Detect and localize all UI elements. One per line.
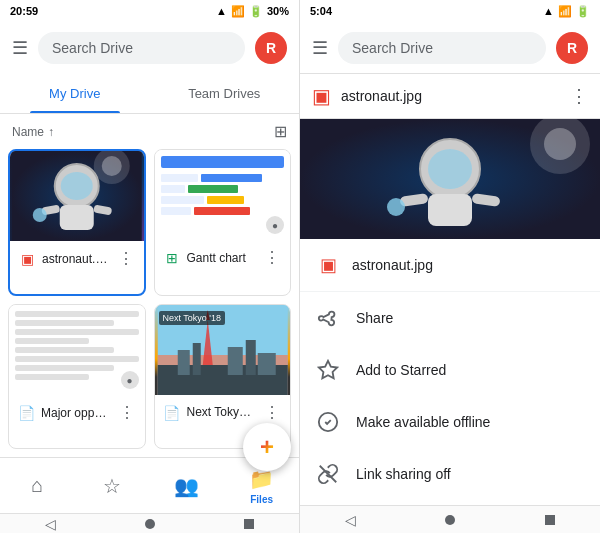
left-tabs: My Drive Team Drives [0, 74, 299, 114]
starred-label: Add to Starred [356, 362, 446, 378]
astronaut-file-name: astronaut.jpg [42, 252, 110, 266]
svg-marker-28 [319, 361, 337, 378]
link-sharing-label: Link sharing off [356, 466, 451, 482]
link-off-icon [316, 462, 340, 486]
menu-link-sharing[interactable]: Link sharing off [300, 448, 600, 500]
menu-offline[interactable]: Make available offline [300, 396, 600, 448]
tokyo-thumbnail: Next Tokyo '18 [155, 305, 291, 395]
left-status-bar: 20:59 ▲ 📶 🔋 30% [0, 0, 299, 22]
major-file-info: 📄 Major opportunity ... ⋮ [9, 395, 145, 430]
tab-my-drive[interactable]: My Drive [0, 74, 150, 113]
menu-file-icon: ▣ [316, 253, 340, 277]
fab-button[interactable]: + [243, 423, 291, 471]
gantt-file-name: Gantt chart [187, 251, 257, 265]
right-avatar[interactable]: R [556, 32, 588, 64]
astronaut-thumbnail [10, 151, 144, 241]
menu-starred[interactable]: Add to Starred [300, 344, 600, 396]
major-file-icon: 📄 [17, 404, 35, 422]
astronaut-more-icon[interactable]: ⋮ [116, 247, 136, 270]
gantt-file-icon: ⊞ [163, 249, 181, 267]
right-square-icon[interactable] [545, 515, 555, 525]
svg-point-21 [428, 149, 472, 189]
hamburger-menu-icon[interactable]: ☰ [12, 37, 28, 59]
right-hamburger-icon[interactable]: ☰ [312, 37, 328, 59]
file-detail-header: ▣ astronaut.jpg ⋮ [300, 74, 600, 119]
svg-point-27 [544, 128, 576, 160]
context-menu: ▣ astronaut.jpg Share Add to Starred [300, 239, 600, 505]
file-card-major[interactable]: ● 📄 Major opportunity ... ⋮ [8, 304, 146, 449]
svg-point-6 [33, 208, 47, 222]
astronaut-file-icon: ▣ [18, 250, 36, 268]
home-icon: ⌂ [31, 474, 43, 497]
file-preview [300, 119, 600, 239]
svg-point-2 [61, 172, 93, 200]
gantt-thumbnail: ● [155, 150, 291, 240]
left-header: ☰ Search Drive R [0, 22, 299, 74]
left-nav-indicators: ◁ [0, 513, 299, 533]
left-back-icon[interactable]: ◁ [45, 516, 56, 532]
gantt-file-info: ⊞ Gantt chart ⋮ [155, 240, 291, 275]
left-search-bar[interactable]: Search Drive [38, 32, 245, 64]
right-panel: 5:04 ▲ 📶 🔋 ☰ Search Drive R ▣ astronaut.… [300, 0, 600, 533]
nav-shared[interactable]: 👥 [150, 458, 225, 513]
svg-rect-22 [428, 194, 472, 226]
offline-label: Make available offline [356, 414, 490, 430]
gantt-more-icon[interactable]: ⋮ [262, 246, 282, 269]
right-search-bar[interactable]: Search Drive [338, 32, 546, 64]
menu-file-title: ▣ astronaut.jpg [300, 239, 600, 292]
left-square-icon[interactable] [244, 519, 254, 529]
offline-icon [316, 410, 340, 434]
svg-rect-17 [245, 340, 255, 375]
svg-rect-15 [192, 343, 200, 375]
file-card-astronaut[interactable]: ▣ astronaut.jpg ⋮ [8, 149, 146, 296]
file-card-gantt[interactable]: ● ⊞ Gantt chart ⋮ [154, 149, 292, 296]
sort-icon: ↑ [48, 125, 54, 139]
share-icon [316, 306, 340, 330]
svg-rect-14 [177, 350, 189, 375]
sort-label[interactable]: Name [12, 125, 44, 139]
major-thumbnail: ● [9, 305, 145, 395]
left-home-dot[interactable] [145, 519, 155, 529]
file-detail-name: astronaut.jpg [341, 88, 560, 104]
astronaut-file-info: ▣ astronaut.jpg ⋮ [10, 241, 144, 276]
right-header: ☰ Search Drive R [300, 22, 600, 74]
nav-home[interactable]: ⌂ [0, 458, 75, 513]
right-home-dot[interactable] [445, 515, 455, 525]
menu-file-name: astronaut.jpg [352, 257, 433, 273]
major-more-icon[interactable]: ⋮ [117, 401, 137, 424]
star-outline-icon [316, 358, 340, 382]
tokyo-more-icon[interactable]: ⋮ [262, 401, 282, 424]
tokyo-file-icon: 📄 [163, 404, 181, 422]
tokyo-file-name: Next Tokyo '18 提案 | Co... [187, 404, 257, 421]
right-status-icons: ▲ 📶 🔋 [543, 5, 590, 18]
left-status-icons: ▲ 📶 🔋 30% [216, 5, 289, 18]
left-search-placeholder: Search Drive [52, 40, 133, 56]
right-time: 5:04 [310, 5, 332, 17]
svg-rect-18 [257, 353, 275, 375]
left-time: 20:59 [10, 5, 38, 17]
svg-rect-16 [227, 347, 242, 375]
people-icon: 👥 [174, 474, 199, 498]
svg-rect-3 [60, 205, 94, 230]
star-icon: ☆ [103, 474, 121, 498]
left-panel: 20:59 ▲ 📶 🔋 30% ☰ Search Drive R My Driv… [0, 0, 300, 533]
menu-share[interactable]: Share [300, 292, 600, 344]
right-nav-indicators: ◁ [300, 505, 600, 533]
nav-starred[interactable]: ☆ [75, 458, 150, 513]
preview-image [300, 119, 600, 239]
tab-team-drives[interactable]: Team Drives [150, 74, 300, 113]
astronaut-image [10, 151, 144, 241]
share-label: Share [356, 310, 393, 326]
nav-files-label: Files [250, 494, 273, 505]
file-detail-more-icon[interactable]: ⋮ [570, 85, 588, 107]
left-avatar[interactable]: R [255, 32, 287, 64]
svg-point-25 [387, 198, 405, 216]
grid-view-icon[interactable]: ⊞ [274, 122, 287, 141]
list-header: Name ↑ ⊞ [0, 114, 299, 149]
right-back-icon[interactable]: ◁ [345, 512, 356, 528]
major-file-name: Major opportunity ... [41, 406, 111, 420]
file-grid: ▣ astronaut.jpg ⋮ [0, 149, 299, 457]
right-status-bar: 5:04 ▲ 📶 🔋 [300, 0, 600, 22]
svg-point-8 [102, 156, 122, 176]
file-detail-icon: ▣ [312, 84, 331, 108]
